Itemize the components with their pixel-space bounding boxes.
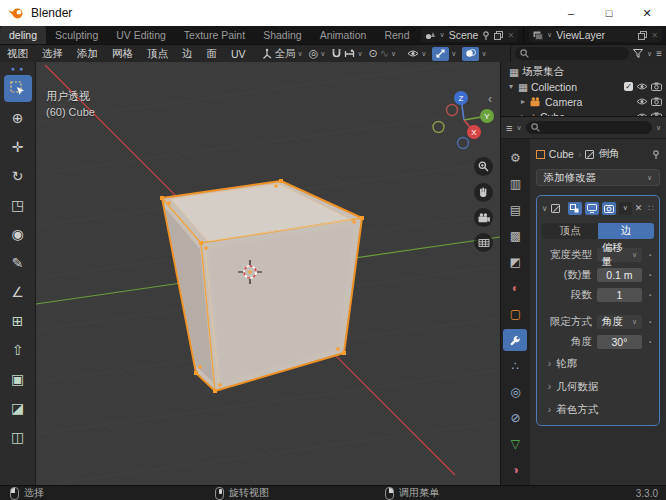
tab-world[interactable]: ◐ bbox=[503, 277, 527, 299]
add-cube-tool[interactable]: ⊞ bbox=[4, 307, 32, 334]
annotate-tool[interactable]: ✎ bbox=[4, 249, 32, 276]
amount-field[interactable]: 0.1 m bbox=[597, 268, 642, 282]
pin-icon[interactable] bbox=[652, 150, 660, 159]
show-viewport-toggle[interactable] bbox=[585, 202, 599, 215]
magnet-icon[interactable] bbox=[331, 48, 342, 59]
menu-face[interactable]: 面 bbox=[200, 47, 225, 61]
expand-arrow-icon[interactable]: ▾ bbox=[507, 82, 515, 91]
animate-dot[interactable]: · bbox=[647, 269, 654, 281]
menu-uv[interactable]: UV bbox=[224, 48, 253, 60]
new-scene-icon[interactable] bbox=[494, 31, 503, 40]
tab-render[interactable]: ▥ bbox=[503, 173, 527, 195]
workspace-tab-sculpting[interactable]: Sculpting bbox=[46, 26, 107, 44]
orthographic-toggle-button[interactable] bbox=[474, 233, 493, 252]
transform-orientation-dropdown[interactable]: 全局 ∨ bbox=[261, 47, 303, 61]
tab-constraints[interactable]: ⊘ bbox=[503, 407, 527, 429]
menu-edge[interactable]: 边 bbox=[175, 47, 200, 61]
proportional-icon[interactable]: ⊙ bbox=[369, 47, 378, 60]
viewport-3d[interactable]: 用户透视 (60) Cube Z Y X bbox=[36, 62, 500, 485]
filter-icon[interactable] bbox=[633, 49, 643, 58]
extrude-region-tool[interactable]: ⇧ bbox=[4, 336, 32, 363]
segments-field[interactable]: 1 bbox=[597, 288, 642, 302]
camera-view-button[interactable] bbox=[474, 208, 493, 227]
angle-field[interactable]: 30° bbox=[597, 335, 642, 349]
tab-material[interactable]: ◑ bbox=[503, 459, 527, 481]
gizmos-toggle[interactable]: ∨ bbox=[432, 47, 456, 61]
tab-view-layer[interactable]: ▩ bbox=[503, 225, 527, 247]
animate-dot[interactable]: · bbox=[647, 336, 654, 348]
navigation-gizmo[interactable]: Z Y X bbox=[432, 86, 496, 150]
visibility-dropdown[interactable]: ∨ bbox=[407, 49, 426, 58]
gizmo-axis-neg-y[interactable] bbox=[433, 122, 444, 133]
hide-eye-icon[interactable] bbox=[636, 97, 648, 106]
workspace-tab-uv-editing[interactable]: UV Editing bbox=[107, 26, 175, 44]
workspace-tab-animation[interactable]: Animation bbox=[311, 26, 376, 44]
expand-arrow-icon[interactable]: ▸ bbox=[519, 97, 527, 106]
menu-select[interactable]: 选择 bbox=[35, 47, 70, 61]
overlays-toggle[interactable]: ∨ bbox=[462, 47, 486, 61]
zoom-button[interactable] bbox=[474, 157, 493, 176]
tab-physics[interactable]: ◎ bbox=[503, 381, 527, 403]
outliner-row-collection[interactable]: ▾ ▦ Collection ✓ bbox=[501, 79, 666, 94]
render-visibility-icon[interactable] bbox=[651, 97, 662, 106]
affect-vertices-tab[interactable]: 顶点 bbox=[542, 223, 598, 239]
menu-mesh[interactable]: 网格 bbox=[105, 47, 140, 61]
tab-object[interactable]: ▢ bbox=[503, 303, 527, 325]
outliner-row-scene-collection[interactable]: ▦ 场景集合 bbox=[501, 64, 666, 79]
scene-selector[interactable]: ∨ Scene ✕ bbox=[421, 28, 519, 42]
scene-dropdown-caret[interactable]: ∨ bbox=[440, 31, 445, 39]
new-viewlayer-icon[interactable] bbox=[638, 31, 647, 40]
menu-view[interactable]: 视图 bbox=[0, 47, 35, 61]
bevel-tool[interactable]: ◪ bbox=[4, 394, 32, 421]
delete-modifier-button[interactable]: ✕ bbox=[635, 203, 643, 213]
tab-output[interactable]: ▤ bbox=[503, 199, 527, 221]
breadcrumb-object[interactable]: Cube bbox=[549, 148, 574, 160]
properties-search-input[interactable] bbox=[526, 121, 652, 134]
tab-tool[interactable]: ⚙ bbox=[503, 147, 527, 169]
limit-method-dropdown[interactable]: 角度∨ bbox=[597, 315, 642, 329]
panel-expand-caret[interactable]: ∨ bbox=[542, 204, 548, 213]
cursor-tool[interactable]: ⊕ bbox=[4, 104, 32, 131]
animate-dot[interactable]: · bbox=[647, 289, 654, 301]
display-mode-icon[interactable]: ≡ bbox=[656, 48, 662, 59]
workspace-tab-texture-paint[interactable]: Texture Paint bbox=[175, 26, 254, 44]
inset-faces-tool[interactable]: ▣ bbox=[4, 365, 32, 392]
rotate-tool[interactable]: ↻ bbox=[4, 162, 32, 189]
proportional-editing-widget[interactable]: ⊙ ∿ ∨ bbox=[369, 47, 397, 60]
show-render-toggle[interactable] bbox=[602, 202, 616, 215]
workspace-tab-modeling[interactable]: deling bbox=[0, 26, 46, 44]
add-modifier-button[interactable]: 添加修改器 ∨ bbox=[536, 169, 660, 186]
properties-options-caret[interactable]: ∨ bbox=[656, 124, 661, 132]
workspace-tab-rendering[interactable]: Rend bbox=[375, 26, 418, 44]
menu-add[interactable]: 添加 bbox=[70, 47, 105, 61]
render-visibility-icon[interactable] bbox=[651, 82, 662, 91]
snap-target-icon[interactable] bbox=[344, 49, 355, 59]
animate-dot[interactable]: · bbox=[647, 249, 654, 261]
editor-type-icon[interactable]: ≡ bbox=[506, 122, 512, 134]
modifier-extras-button[interactable]: ∨ bbox=[619, 202, 632, 215]
gizmo-axis-neg-z[interactable] bbox=[458, 138, 469, 149]
tab-scene[interactable]: ◩ bbox=[503, 251, 527, 273]
hide-eye-icon[interactable] bbox=[636, 82, 648, 91]
loop-cut-tool[interactable]: ◫ bbox=[4, 423, 32, 450]
tab-modifiers[interactable] bbox=[503, 329, 527, 351]
transform-tool[interactable]: ◉ bbox=[4, 220, 32, 247]
outliner-row-cube[interactable]: ▸ △ Cube bbox=[501, 109, 666, 116]
tab-particles[interactable]: ∴ bbox=[503, 355, 527, 377]
maximize-button[interactable]: □ bbox=[590, 0, 628, 26]
gizmo-axis-neg-x[interactable] bbox=[447, 105, 458, 116]
animate-dot[interactable]: · bbox=[647, 316, 654, 328]
workspace-tab-shading[interactable]: Shading bbox=[254, 26, 311, 44]
outliner-search-input[interactable] bbox=[515, 47, 629, 60]
pan-button[interactable] bbox=[474, 183, 493, 202]
toolbar-drag-handle[interactable]: ● ● bbox=[11, 65, 24, 72]
viewlayer-selector[interactable]: ∨ ViewLayer ✕ bbox=[529, 28, 662, 42]
close-button[interactable]: ✕ bbox=[628, 0, 666, 26]
shading-section[interactable]: › 着色方式 bbox=[542, 400, 654, 419]
move-tool[interactable]: ✛ bbox=[4, 133, 32, 160]
geometry-section[interactable]: › 几何数据 bbox=[542, 377, 654, 396]
outliner-row-camera[interactable]: ▸ Camera bbox=[501, 94, 666, 109]
profile-section[interactable]: › 轮廓 bbox=[542, 354, 654, 373]
on-cage-toggle[interactable] bbox=[568, 202, 582, 215]
breadcrumb-modifier[interactable]: 倒角 bbox=[598, 147, 619, 161]
